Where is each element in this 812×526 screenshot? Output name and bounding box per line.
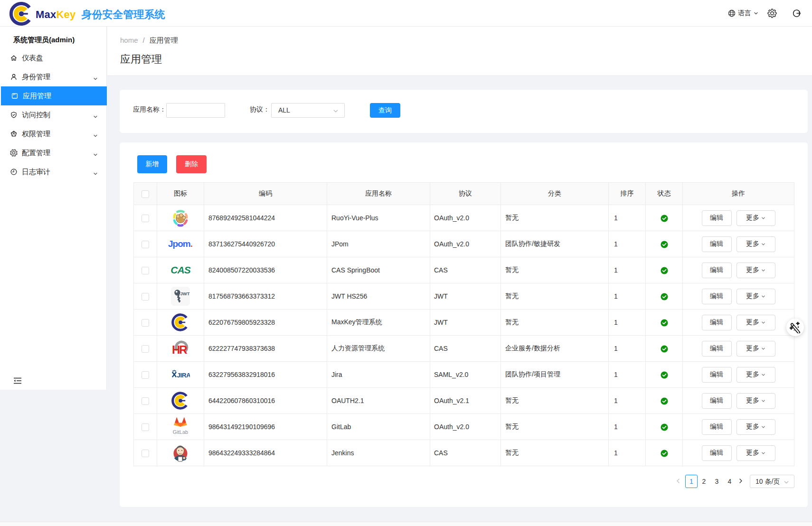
svg-text:HR: HR: [172, 343, 187, 356]
svg-text:JWT: JWT: [180, 291, 190, 296]
svg-text:GitLab: GitLab: [173, 429, 188, 435]
svg-text:JIRA: JIRA: [177, 372, 190, 379]
